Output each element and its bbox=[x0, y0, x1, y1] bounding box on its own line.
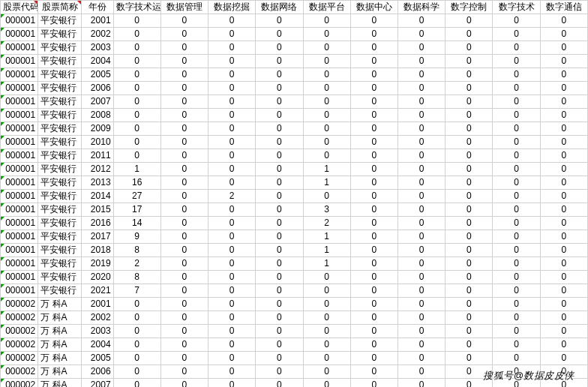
cell[interactable]: 0 bbox=[398, 325, 445, 338]
cell[interactable]: 000001 bbox=[1, 271, 38, 284]
cell[interactable]: 平安银行 bbox=[38, 28, 82, 41]
cell[interactable]: 0 bbox=[160, 176, 208, 190]
cell[interactable]: 0 bbox=[303, 41, 350, 55]
cell[interactable]: 平安银行 bbox=[38, 95, 82, 109]
cell[interactable]: 0 bbox=[303, 28, 350, 41]
cell[interactable]: 0 bbox=[493, 203, 540, 217]
cell[interactable]: 0 bbox=[350, 298, 398, 311]
cell[interactable]: 0 bbox=[398, 82, 445, 95]
cell[interactable]: 0 bbox=[303, 190, 350, 203]
cell[interactable]: 万 科A bbox=[38, 311, 82, 325]
cell[interactable]: 0 bbox=[208, 257, 256, 271]
cell[interactable]: 平安银行 bbox=[38, 244, 82, 257]
cell[interactable]: 0 bbox=[493, 217, 540, 230]
cell[interactable]: 0 bbox=[398, 379, 445, 388]
cell[interactable]: 0 bbox=[446, 176, 493, 190]
cell[interactable]: 1 bbox=[303, 230, 350, 244]
cell[interactable]: 0 bbox=[208, 68, 256, 82]
cell[interactable]: 0 bbox=[256, 41, 303, 55]
cell[interactable]: 0 bbox=[113, 28, 160, 41]
cell[interactable]: 0 bbox=[113, 82, 160, 95]
cell[interactable]: 平安银行 bbox=[38, 284, 82, 298]
cell[interactable]: 2004 bbox=[82, 338, 113, 352]
cell[interactable]: 0 bbox=[208, 163, 256, 176]
cell[interactable]: 0 bbox=[350, 28, 398, 41]
cell[interactable]: 平安银行 bbox=[38, 82, 82, 95]
cell[interactable]: 0 bbox=[540, 271, 587, 284]
cell[interactable]: 0 bbox=[208, 55, 256, 68]
cell[interactable]: 0 bbox=[540, 311, 587, 325]
cell[interactable]: 000002 bbox=[1, 311, 38, 325]
cell[interactable]: 0 bbox=[493, 176, 540, 190]
cell[interactable]: 0 bbox=[303, 379, 350, 388]
cell[interactable]: 0 bbox=[398, 244, 445, 257]
column-header[interactable]: 数字技术运用 bbox=[113, 1, 160, 14]
cell[interactable]: 0 bbox=[113, 109, 160, 122]
cell[interactable]: 平安银行 bbox=[38, 230, 82, 244]
column-header[interactable]: 数据科学 bbox=[398, 1, 445, 14]
cell[interactable]: 000002 bbox=[1, 338, 38, 352]
cell[interactable]: 0 bbox=[540, 352, 587, 365]
cell[interactable]: 0 bbox=[398, 298, 445, 311]
cell[interactable]: 0 bbox=[160, 14, 208, 28]
cell[interactable]: 0 bbox=[446, 379, 493, 388]
cell[interactable]: 000001 bbox=[1, 176, 38, 190]
cell[interactable]: 0 bbox=[446, 68, 493, 82]
cell[interactable]: 0 bbox=[540, 298, 587, 311]
cell[interactable]: 2012 bbox=[82, 163, 113, 176]
cell[interactable]: 0 bbox=[303, 338, 350, 352]
cell[interactable]: 0 bbox=[493, 14, 540, 28]
cell[interactable]: 0 bbox=[540, 14, 587, 28]
cell[interactable]: 万 科A bbox=[38, 379, 82, 388]
cell[interactable]: 0 bbox=[256, 311, 303, 325]
cell[interactable]: 0 bbox=[398, 190, 445, 203]
cell[interactable]: 0 bbox=[540, 28, 587, 41]
cell[interactable]: 0 bbox=[398, 14, 445, 28]
cell[interactable]: 0 bbox=[350, 325, 398, 338]
cell[interactable]: 0 bbox=[493, 41, 540, 55]
cell[interactable]: 平安银行 bbox=[38, 176, 82, 190]
cell[interactable]: 000001 bbox=[1, 55, 38, 68]
cell[interactable]: 0 bbox=[493, 284, 540, 298]
cell[interactable]: 1 bbox=[303, 176, 350, 190]
cell[interactable]: 000002 bbox=[1, 365, 38, 379]
cell[interactable]: 2002 bbox=[82, 28, 113, 41]
cell[interactable]: 0 bbox=[350, 55, 398, 68]
cell[interactable]: 0 bbox=[446, 311, 493, 325]
cell[interactable]: 000001 bbox=[1, 41, 38, 55]
cell[interactable]: 0 bbox=[208, 379, 256, 388]
cell[interactable]: 0 bbox=[540, 163, 587, 176]
cell[interactable]: 0 bbox=[350, 190, 398, 203]
cell[interactable]: 2006 bbox=[82, 82, 113, 95]
cell[interactable]: 0 bbox=[208, 122, 256, 136]
cell[interactable]: 0 bbox=[208, 352, 256, 365]
cell[interactable]: 0 bbox=[303, 122, 350, 136]
cell[interactable]: 0 bbox=[350, 109, 398, 122]
cell[interactable]: 000001 bbox=[1, 149, 38, 163]
cell[interactable]: 0 bbox=[256, 95, 303, 109]
cell[interactable]: 0 bbox=[398, 311, 445, 325]
cell[interactable]: 平安银行 bbox=[38, 217, 82, 230]
cell[interactable]: 000001 bbox=[1, 14, 38, 28]
cell[interactable]: 0 bbox=[160, 28, 208, 41]
cell[interactable]: 0 bbox=[446, 325, 493, 338]
cell[interactable]: 0 bbox=[493, 149, 540, 163]
cell[interactable]: 0 bbox=[446, 271, 493, 284]
cell[interactable]: 000001 bbox=[1, 257, 38, 271]
cell[interactable]: 0 bbox=[398, 136, 445, 149]
cell[interactable]: 0 bbox=[446, 352, 493, 365]
cell[interactable]: 0 bbox=[160, 365, 208, 379]
cell[interactable]: 0 bbox=[256, 352, 303, 365]
cell[interactable]: 2 bbox=[303, 217, 350, 230]
cell[interactable]: 0 bbox=[398, 28, 445, 41]
cell[interactable]: 0 bbox=[160, 136, 208, 149]
cell[interactable]: 0 bbox=[350, 230, 398, 244]
column-header[interactable]: 数据中心 bbox=[350, 1, 398, 14]
cell[interactable]: 0 bbox=[540, 95, 587, 109]
cell[interactable]: 000001 bbox=[1, 28, 38, 41]
cell[interactable]: 0 bbox=[208, 338, 256, 352]
cell[interactable]: 0 bbox=[256, 217, 303, 230]
cell[interactable]: 0 bbox=[303, 365, 350, 379]
cell[interactable]: 0 bbox=[350, 338, 398, 352]
cell[interactable]: 0 bbox=[493, 338, 540, 352]
